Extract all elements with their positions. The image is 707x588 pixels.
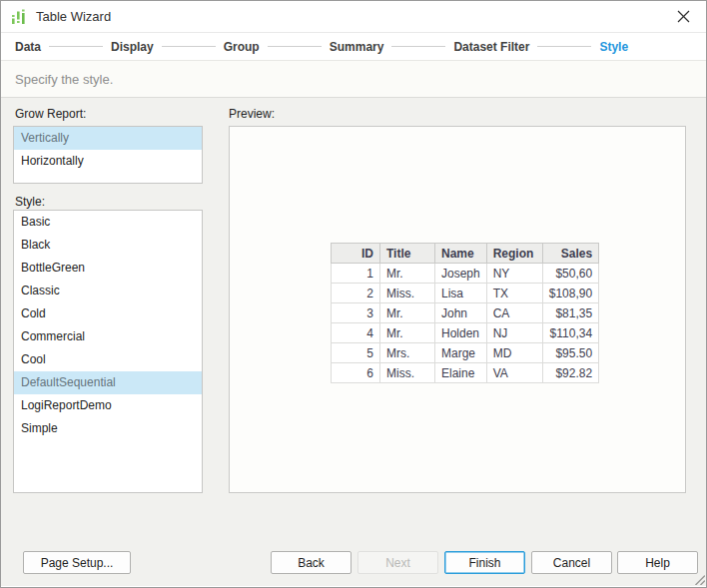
preview-table-cell: John [435, 303, 487, 323]
subtitle-text: Specify the style. [15, 72, 113, 87]
window-title: Table Wizard [36, 9, 111, 24]
preview-table-cell: 6 [332, 363, 380, 383]
preview-column-region: Region [486, 244, 542, 264]
preview-table-cell: 5 [332, 343, 380, 363]
preview-table-cell: $95.50 [542, 343, 598, 363]
preview-table-cell: Lisa [435, 284, 487, 303]
style-option-defaultsequential[interactable]: DefaultSequential [14, 371, 202, 394]
app-icon [11, 9, 27, 25]
help-button[interactable]: Help [617, 551, 698, 574]
preview-table-cell: CA [486, 303, 542, 323]
preview-table-cell: TX [486, 284, 542, 303]
preview-table-cell: 2 [332, 284, 380, 303]
content-area: Grow Report: VerticallyHorizontally Styl… [1, 98, 706, 586]
preview-table-row: 5Mrs.MargeMD$95.50 [332, 343, 599, 363]
preview-table-cell: MD [486, 343, 542, 363]
step-connector-line [268, 46, 322, 47]
preview-column-sales: Sales [542, 244, 598, 264]
step-connector-line [162, 46, 216, 47]
preview-table-cell: 1 [332, 264, 380, 284]
preview-table-row: 3Mr.JohnCA$81,35 [332, 303, 599, 323]
preview-table-cell: $110,34 [542, 323, 598, 343]
grow-report-listbox: VerticallyHorizontally [13, 126, 203, 184]
style-option-basic[interactable]: Basic [14, 211, 202, 234]
preview-table: IDTitleNameRegionSales 1Mr.JosephNY$50,6… [331, 243, 599, 383]
step-group[interactable]: Group [224, 40, 260, 54]
preview-table-cell: VA [486, 363, 542, 383]
finish-button[interactable]: Finish [444, 551, 525, 574]
step-connector-line [49, 46, 103, 47]
preview-table-cell: $81,35 [542, 303, 598, 323]
grow-report-option-vertically[interactable]: Vertically [14, 127, 202, 150]
preview-column-id: ID [332, 244, 380, 264]
table-wizard-dialog: Table Wizard DataDisplayGroupSummaryData… [0, 0, 707, 588]
next-button: Next [357, 551, 438, 574]
preview-table-cell: Mr. [380, 303, 435, 323]
subtitle-band: Specify the style. [1, 60, 706, 98]
grow-report-option-horizontally[interactable]: Horizontally [14, 150, 202, 173]
preview-panel: IDTitleNameRegionSales 1Mr.JosephNY$50,6… [229, 126, 686, 493]
preview-table-body: 1Mr.JosephNY$50,602Miss.LisaTX$108,903Mr… [332, 264, 599, 383]
preview-column-name: Name [435, 244, 487, 264]
style-listbox: BasicBlackBottleGreenClassicColdCommerci… [13, 210, 203, 493]
preview-table-header-row: IDTitleNameRegionSales [332, 244, 599, 264]
back-button[interactable]: Back [271, 551, 352, 574]
step-display[interactable]: Display [111, 40, 154, 54]
preview-table-row: 6Miss.ElaineVA$92.82 [332, 363, 599, 383]
close-button[interactable] [670, 4, 696, 30]
preview-table-cell: Holden [435, 323, 487, 343]
preview-table-cell: Joseph [435, 264, 487, 284]
preview-table-row: 1Mr.JosephNY$50,60 [332, 264, 599, 284]
preview-table-cell: Mrs. [380, 343, 435, 363]
style-option-cool[interactable]: Cool [14, 348, 202, 371]
preview-table-cell: $108,90 [542, 284, 598, 303]
preview-table-cell: Mr. [380, 264, 435, 284]
preview-label: Preview: [229, 107, 275, 121]
step-connector-line [391, 46, 445, 47]
preview-table-cell: Mr. [380, 323, 435, 343]
close-icon [677, 10, 690, 23]
preview-table-cell: $92.82 [542, 363, 598, 383]
style-option-black[interactable]: Black [14, 234, 202, 257]
style-option-commercial[interactable]: Commercial [14, 325, 202, 348]
preview-table-cell: $50,60 [542, 264, 598, 284]
cancel-button[interactable]: Cancel [531, 551, 612, 574]
page-setup-button[interactable]: Page Setup... [23, 551, 131, 574]
resize-grip-icon[interactable] [692, 572, 705, 585]
step-connector-line [537, 46, 591, 47]
preview-table-cell: 3 [332, 303, 380, 323]
style-option-simple[interactable]: Simple [14, 417, 202, 440]
titlebar: Table Wizard [1, 1, 706, 33]
preview-table-row: 2Miss.LisaTX$108,90 [332, 284, 599, 303]
preview-table-cell: NJ [486, 323, 542, 343]
step-data[interactable]: Data [15, 40, 41, 54]
preview-table-cell: NY [486, 264, 542, 284]
step-dataset-filter[interactable]: Dataset Filter [453, 40, 529, 54]
style-option-bottlegreen[interactable]: BottleGreen [14, 257, 202, 280]
preview-table-cell: Miss. [380, 284, 435, 303]
style-option-classic[interactable]: Classic [14, 280, 202, 302]
step-style[interactable]: Style [599, 40, 628, 54]
preview-table-row: 4Mr.HoldenNJ$110,34 [332, 323, 599, 343]
style-option-logireportdemo[interactable]: LogiReportDemo [14, 394, 202, 417]
wizard-steps: DataDisplayGroupSummaryDataset FilterSty… [1, 33, 706, 60]
style-option-cold[interactable]: Cold [14, 302, 202, 325]
step-summary[interactable]: Summary [330, 40, 384, 54]
preview-table-cell: Marge [435, 343, 487, 363]
preview-table-cell: Elaine [435, 363, 487, 383]
style-label: Style: [15, 195, 45, 209]
preview-column-title: Title [380, 244, 435, 264]
preview-table-cell: 4 [332, 323, 380, 343]
preview-table-cell: Miss. [380, 363, 435, 383]
grow-report-label: Grow Report: [15, 107, 86, 121]
